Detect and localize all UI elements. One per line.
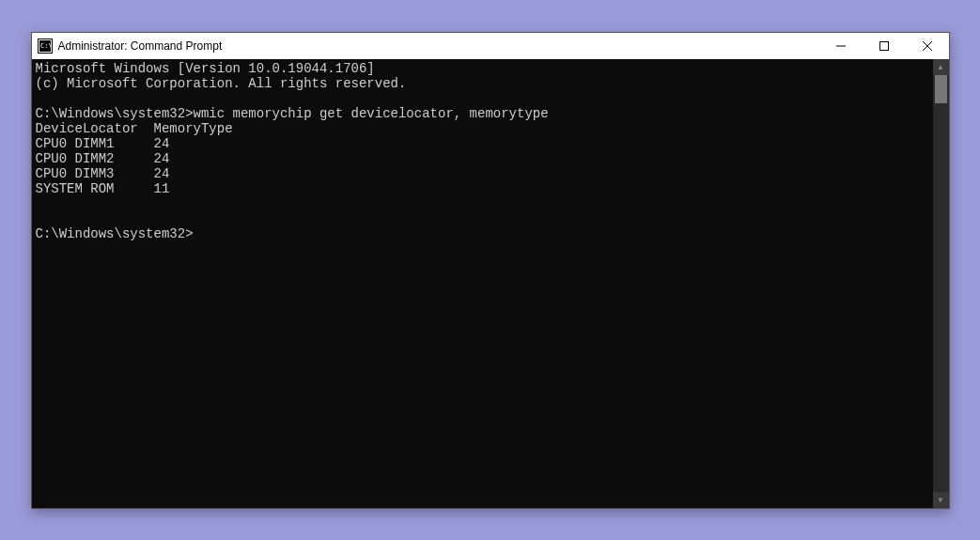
close-button[interactable] <box>906 33 949 59</box>
terminal-output[interactable]: Microsoft Windows [Version 10.0.19044.17… <box>32 59 933 508</box>
scroll-thumb[interactable] <box>935 75 947 103</box>
header-line: (c) Microsoft Corporation. All rights re… <box>36 76 407 91</box>
window-title: Administrator: Command Prompt <box>58 39 223 53</box>
titlebar-left: C:\ Administrator: Command Prompt <box>32 39 223 54</box>
maximize-button[interactable] <box>863 33 906 59</box>
svg-text:C:\: C:\ <box>40 42 53 50</box>
output-row: CPU0 DIMM1 24 <box>36 136 170 151</box>
minimize-button[interactable] <box>819 33 863 59</box>
cmd-icon: C:\ <box>38 39 53 54</box>
window-controls <box>819 33 949 59</box>
scroll-down-arrow-icon[interactable]: ▼ <box>933 492 949 508</box>
output-row: SYSTEM ROM 11 <box>36 181 170 196</box>
svg-rect-5 <box>879 41 888 50</box>
header-line: Microsoft Windows [Version 10.0.19044.17… <box>36 61 375 76</box>
scroll-up-arrow-icon[interactable]: ▲ <box>933 59 949 75</box>
titlebar[interactable]: C:\ Administrator: Command Prompt <box>32 33 949 59</box>
command-prompt-window: C:\ Administrator: Command Prompt Micros… <box>31 32 950 509</box>
prompt-path: C:\Windows\system32> <box>36 106 194 121</box>
output-row: CPU0 DIMM2 24 <box>36 151 170 166</box>
vertical-scrollbar[interactable]: ▲ ▼ <box>933 59 949 508</box>
output-header: DeviceLocator MemoryType <box>36 121 233 136</box>
terminal-area: Microsoft Windows [Version 10.0.19044.17… <box>32 59 949 508</box>
output-row: CPU0 DIMM3 24 <box>36 166 170 181</box>
prompt-command: wmic memorychip get devicelocator, memor… <box>194 106 549 121</box>
prompt-path: C:\Windows\system32> <box>36 226 194 241</box>
